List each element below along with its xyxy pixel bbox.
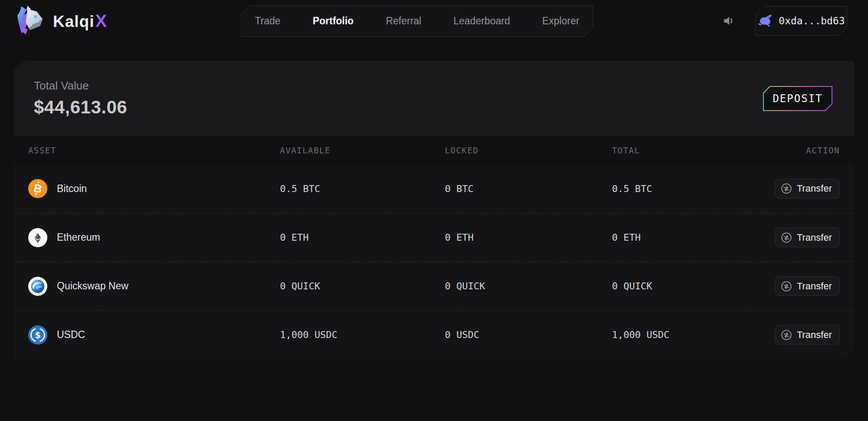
quickswap-icon [28,277,47,296]
total-value-amount: $44,613.06 [34,97,127,118]
nav-item-leaderboard[interactable]: Leaderboard [454,15,510,27]
deposit-label: DEPOSIT [773,93,822,105]
available-value: 1,000 USDC [280,329,445,340]
table-row-quickswap: Quickswap New 0 QUICK 0 QUICK 0 QUICK Tr… [14,262,854,310]
brand-x: X [95,11,107,31]
asset-name: Bitcoin [57,183,87,195]
total-value: 0 QUICK [612,281,765,292]
portfolio-panel: Total Value $44,613.06 DEPOSIT ASSET AVA… [14,61,854,359]
locked-value: 0 ETH [445,232,612,243]
unicorn-logo-icon [15,3,49,38]
wallet-button[interactable]: 0xda...bd63 [755,6,847,36]
asset-name: Ethereum [57,232,100,243]
nav-item-trade[interactable]: Trade [255,15,280,27]
brand[interactable]: KalqiX [15,3,107,38]
transfer-label: Transfer [797,183,832,194]
transfer-label: Transfer [797,232,832,243]
main-nav: Trade Portfolio Referral Leaderboard Exp… [241,5,593,37]
column-locked: LOCKED [445,146,612,155]
transfer-button[interactable]: Transfer [775,228,840,247]
panel-header: Total Value $44,613.06 DEPOSIT [14,61,854,136]
wallet-address: 0xda...bd63 [779,15,845,27]
transfer-button[interactable]: Transfer [775,325,840,345]
rabbit-wallet-icon [757,14,773,27]
column-action: ACTION [765,146,840,155]
transfer-label: Transfer [797,329,832,341]
transfer-icon [781,183,792,194]
column-available: AVAILABLE [280,146,445,155]
total-value-block: Total Value $44,613.06 [34,79,127,118]
column-total: TOTAL [612,146,765,155]
transfer-icon [781,281,792,292]
available-value: 0 ETH [280,232,445,243]
table-header: ASSET AVAILABLE LOCKED TOTAL ACTION [14,136,854,164]
table-row-usdc: $ USDC 1,000 USDC 0 USDC 1,000 USDC [14,310,854,359]
topbar: KalqiX Trade Portfolio Referral Leaderbo… [0,0,868,42]
total-value: 0.5 BTC [612,183,765,194]
locked-value: 0 USDC [445,329,612,340]
bitcoin-icon: B [28,179,47,198]
transfer-button[interactable]: Transfer [775,179,840,199]
nav-item-explorer[interactable]: Explorer [542,15,579,27]
brand-name: KalqiX [53,11,107,31]
svg-text:$: $ [35,330,40,340]
total-value-label: Total Value [34,79,127,93]
ethereum-icon [28,228,47,247]
asset-table: B Bitcoin 0.5 BTC 0 BTC 0.5 BTC Transfer [14,164,854,359]
available-value: 0.5 BTC [280,183,445,194]
column-asset: ASSET [28,146,280,155]
topbar-right: 0xda...bd63 [721,0,847,42]
locked-value: 0 QUICK [445,281,612,292]
asset-name: Quickswap New [57,280,128,292]
available-value: 0 QUICK [280,281,445,292]
nav-item-referral[interactable]: Referral [386,15,421,27]
usdc-icon: $ [28,325,47,345]
table-row-ethereum: Ethereum 0 ETH 0 ETH 0 ETH Transfer [14,213,854,262]
asset-name: USDC [57,329,85,341]
total-value: 0 ETH [612,232,765,243]
locked-value: 0 BTC [445,183,612,194]
speaker-icon[interactable] [721,13,736,28]
table-row-bitcoin: B Bitcoin 0.5 BTC 0 BTC 0.5 BTC Transfer [14,164,854,213]
transfer-icon [781,329,792,341]
nav-item-portfolio[interactable]: Portfolio [312,15,354,27]
transfer-label: Transfer [797,281,832,292]
transfer-icon [781,232,792,243]
total-value: 1,000 USDC [612,329,765,340]
transfer-button[interactable]: Transfer [775,276,840,296]
deposit-button[interactable]: DEPOSIT [763,86,832,111]
kalqix-portfolio-page: KalqiX Trade Portfolio Referral Leaderbo… [0,0,868,421]
